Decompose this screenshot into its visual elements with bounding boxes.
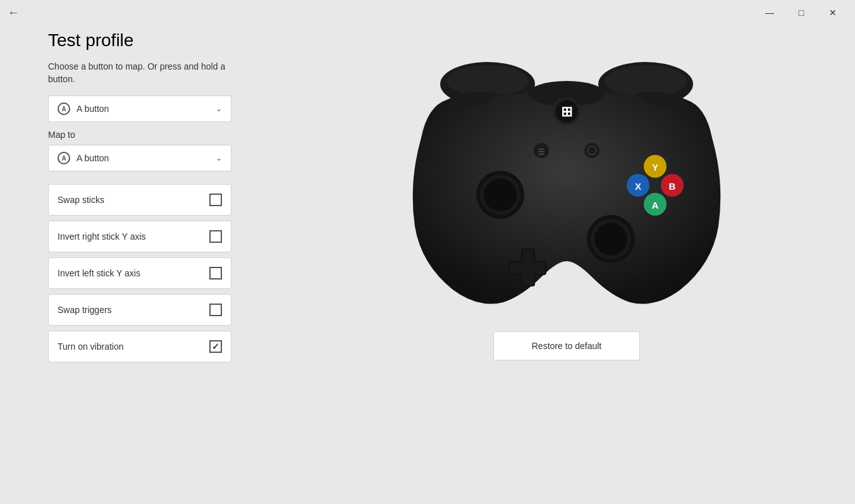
right-panel: ⊞ [326, 61, 807, 367]
back-button[interactable]: ← [8, 6, 19, 20]
maximize-icon: □ [799, 8, 804, 18]
turn-on-vibration-row[interactable]: Turn on vibration ✓ [48, 331, 231, 362]
left-panel: Choose a button to map. Or press and hol… [48, 61, 301, 367]
swap-triggers-row[interactable]: Swap triggers [48, 294, 231, 326]
svg-text:B: B [669, 181, 676, 192]
svg-text:Y: Y [652, 162, 658, 173]
svg-point-13 [587, 146, 596, 155]
invert-left-stick-row[interactable]: Invert left stick Y axis [48, 257, 231, 289]
turn-on-vibration-label: Turn on vibration [58, 341, 124, 352]
map-to-label: Map to [48, 130, 301, 140]
svg-rect-12 [538, 154, 544, 155]
invert-right-stick-checkbox[interactable] [209, 230, 222, 243]
title-bar-controls: — □ ✕ [755, 3, 847, 22]
svg-point-16 [484, 178, 517, 211]
svg-text:X: X [635, 181, 641, 192]
close-icon: ✕ [829, 8, 837, 18]
title-bar-left: ← [8, 6, 19, 20]
checkboxes-section: Swap sticks Invert right stick Y axis In… [48, 184, 301, 362]
button-select-dropdown[interactable]: A A button ⌄ [48, 95, 231, 122]
invert-left-stick-checkbox[interactable] [209, 267, 222, 280]
a-button-icon-2: A [58, 152, 70, 164]
minimize-button[interactable]: — [755, 3, 784, 22]
instruction-text: Choose a button to map. Or press and hol… [48, 61, 231, 85]
chevron-down-icon-2: ⌄ [216, 154, 222, 163]
back-icon: ← [8, 6, 19, 20]
svg-rect-11 [538, 151, 544, 152]
dropdown-left: A A button [58, 102, 109, 115]
chevron-down-icon: ⌄ [216, 104, 222, 113]
svg-text:A: A [652, 200, 659, 211]
a-button-icon: A [58, 102, 70, 115]
swap-sticks-checkbox[interactable] [209, 194, 222, 206]
button-select-label: A button [77, 104, 109, 114]
swap-sticks-label: Swap sticks [58, 195, 104, 205]
svg-rect-10 [538, 149, 544, 150]
map-to-dropdown[interactable]: A A button ⌄ [48, 145, 231, 171]
controller-svg: ⊞ [390, 37, 744, 321]
dropdown-left-2: A A button [58, 152, 109, 164]
invert-right-stick-row[interactable]: Invert right stick Y axis [48, 221, 231, 252]
controller-image: ⊞ [390, 37, 744, 321]
swap-triggers-label: Swap triggers [58, 305, 112, 315]
svg-rect-20 [510, 262, 545, 274]
svg-point-8 [534, 143, 549, 158]
main-content: Choose a button to map. Or press and hol… [0, 61, 855, 367]
minimize-icon: — [765, 8, 774, 18]
maximize-button[interactable]: □ [787, 3, 816, 22]
svg-point-23 [594, 223, 627, 255]
checkmark-icon: ✓ [212, 341, 219, 352]
map-to-label-value: A button [77, 153, 109, 163]
invert-left-stick-label: Invert left stick Y axis [58, 268, 140, 278]
swap-triggers-checkbox[interactable] [209, 304, 222, 316]
svg-text:⊞: ⊞ [561, 104, 572, 120]
swap-sticks-row[interactable]: Swap sticks [48, 184, 231, 216]
invert-right-stick-label: Invert right stick Y axis [58, 231, 146, 242]
turn-on-vibration-checkbox[interactable]: ✓ [209, 340, 222, 353]
close-button[interactable]: ✕ [818, 3, 847, 22]
right-content: ⊞ [390, 56, 744, 360]
title-bar: ← — □ ✕ [0, 0, 855, 25]
restore-default-button[interactable]: Restore to default [493, 331, 641, 360]
